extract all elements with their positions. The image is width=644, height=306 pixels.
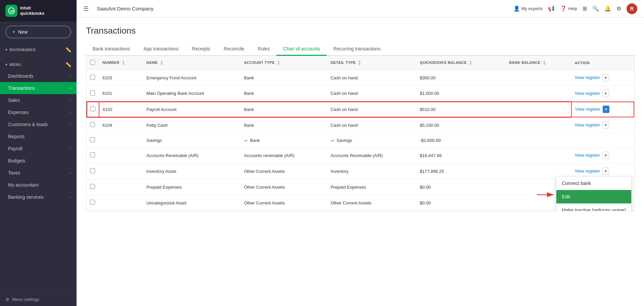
chevron-down-icon: ▾ [5,48,8,52]
qb-balance: $1,000.00 [416,86,506,102]
account-type: Bank [241,102,327,117]
sidebar-item-customers-leads[interactable]: Customers & leads › [0,118,77,130]
chevron-right-icon: › [70,74,71,78]
view-register-link[interactable]: View register [575,122,600,127]
user-avatar[interactable]: R [627,3,637,14]
qb-balance-column-header[interactable]: QUICKBOOKS BALANCE ▲▼ [416,56,506,70]
table-row: 6102 Payroll Account Bank Cash on hand $… [87,102,634,117]
detail-type: Cash on hand [327,70,417,86]
edit-bookmarks-icon[interactable]: ✏️ [65,47,72,52]
tab-reconcile[interactable]: Reconcile [217,43,251,56]
row-checkbox[interactable] [90,90,95,95]
row-action-dropdown-button[interactable]: ▾ [602,121,609,129]
account-number [99,163,143,179]
account-type: ⇌ Bank [241,133,327,148]
row-action-dropdown-button[interactable]: ▾ [602,167,609,175]
action-cell: View register ▾ [571,86,634,102]
number-column-header[interactable]: NUMBER ▲▼ [99,56,143,70]
account-name: Petty Cash [143,117,241,133]
row-action-dropdown-button[interactable]: ▾ [602,152,609,159]
view-register-link[interactable]: View register [575,107,600,112]
row-checkbox[interactable] [90,75,95,80]
row-checkbox[interactable] [90,184,95,189]
name-column-header[interactable]: NAME ▲▼ [143,56,241,70]
bank-balance [506,133,571,148]
detail-type: Prepaid Expenses [327,179,417,195]
tab-chart-of-accounts[interactable]: Chart of accounts [276,43,327,56]
topbar-actions: 👤 My experts 📢 ❓ Help ⊞ 🔍 🔔 ⚙ R [513,3,637,14]
bookmarks-header[interactable]: ▾ BOOKMARKS ✏️ [0,44,77,55]
view-register-link[interactable]: View register [575,153,600,158]
select-all-checkbox-header[interactable] [87,56,99,70]
account-type: Accounts receivable (A/R) [241,148,327,163]
sort-icon: ▲▼ [358,60,361,66]
qb-balance: $5,100.00 [416,117,506,133]
chevron-right-icon: › [70,195,71,199]
sidebar-item-payroll[interactable]: Payroll › [0,143,77,155]
row-checkbox[interactable] [90,152,95,157]
menu-header[interactable]: ▾ MENU ✏️ [0,59,77,70]
sidebar-item-transactions[interactable]: Transactions › [0,82,77,94]
sidebar-item-my-accountant[interactable]: My accountant [0,179,77,191]
tab-rules[interactable]: Rules [251,43,277,56]
notifications-icon[interactable]: 🔔 [604,5,611,12]
apps-grid-icon[interactable]: ⊞ [583,5,587,12]
make-inactive-menu-item[interactable]: Make inactive (reduces usage) [556,203,631,211]
search-icon[interactable]: 🔍 [592,5,599,12]
sort-icon: ▲▼ [160,60,163,66]
sidebar-item-reports[interactable]: Reports [0,130,77,143]
connect-bank-menu-item[interactable]: Connect bank [556,177,631,190]
edit-menu-icon[interactable]: ✏️ [65,62,72,67]
sidebar-item-budgets[interactable]: Budgets [0,155,77,167]
menu-settings[interactable]: ⚙ Menu settings [0,293,77,306]
sidebar-item-banking-services[interactable]: Banking services › [0,191,77,203]
account-number: 6102 [99,102,143,117]
row-checkbox[interactable] [90,200,95,205]
sidebar-item-sales[interactable]: Sales › [0,94,77,106]
row-checkbox[interactable] [90,122,95,127]
account-name: Accounts Receivable (A/R) [143,148,241,163]
bank-balance-column-header[interactable]: BANK BALANCE ▲▼ [506,56,571,70]
tab-bank-transactions[interactable]: Bank transactions [86,43,137,56]
help-button[interactable]: ❓ Help [560,5,577,12]
view-register-link[interactable]: View register [575,75,600,80]
menu-section: ▾ MENU ✏️ Dashboards › Transactions › Sa… [0,57,77,205]
transfer-icon: ⇌ [244,138,247,143]
sidebar-logo: QB intuit quickbooks [0,0,77,22]
sidebar-item-taxes[interactable]: Taxes › [0,167,77,179]
chevron-right-icon: › [70,122,71,127]
select-all-checkbox[interactable] [90,60,95,65]
tab-receipts[interactable]: Receipts [185,43,217,56]
detail-type: Cash on hand [327,86,417,102]
accounts-table-wrapper: NUMBER ▲▼ NAME ▲▼ ACCOUNT TYPE ▲▼ DETA [86,56,635,211]
my-experts-button[interactable]: 👤 My experts [513,5,543,12]
row-checkbox[interactable] [90,168,95,173]
sidebar-item-dashboards[interactable]: Dashboards › [0,70,77,82]
settings-icon[interactable]: ⚙ [616,5,621,12]
main-content: ☰ SaasAnt Demo Company 👤 My experts 📢 ❓ … [77,0,644,306]
row-action-dropdown-button[interactable]: ▾ [603,106,609,113]
sidebar-item-expenses[interactable]: Expenses › [0,106,77,118]
row-action-dropdown-button[interactable]: ▾ [602,74,609,81]
view-register-link[interactable]: View register [575,91,600,96]
view-register-link[interactable]: View register [575,168,600,174]
megaphone-icon[interactable]: 📢 [548,5,555,12]
tab-app-transactions[interactable]: App transactions [137,43,185,56]
account-type-column-header[interactable]: ACCOUNT TYPE ▲▼ [241,56,327,70]
tab-recurring-transactions[interactable]: Recurring transactions [327,43,387,56]
row-checkbox[interactable] [90,106,95,111]
table-row: Accounts Receivable (A/R) Accounts recei… [87,148,634,163]
action-cell: View register ▾ [571,148,634,163]
action-column-header: ACTION [571,56,634,70]
bookmarks-section: ▾ BOOKMARKS ✏️ [0,42,77,57]
detail-type-column-header[interactable]: DETAIL TYPE ▲▼ [327,56,417,70]
transfer-icon: ⇌ [331,138,334,143]
row-checkbox[interactable] [90,137,95,142]
edit-menu-item[interactable]: Edit [556,190,631,203]
account-number: 6103 [99,70,143,86]
plus-icon: ＋ [11,29,16,35]
detail-type: Inventory [327,163,417,179]
row-action-dropdown-button[interactable]: ▾ [602,90,609,97]
new-button[interactable]: ＋ New [5,26,71,38]
hamburger-menu-icon[interactable]: ☰ [83,5,89,12]
